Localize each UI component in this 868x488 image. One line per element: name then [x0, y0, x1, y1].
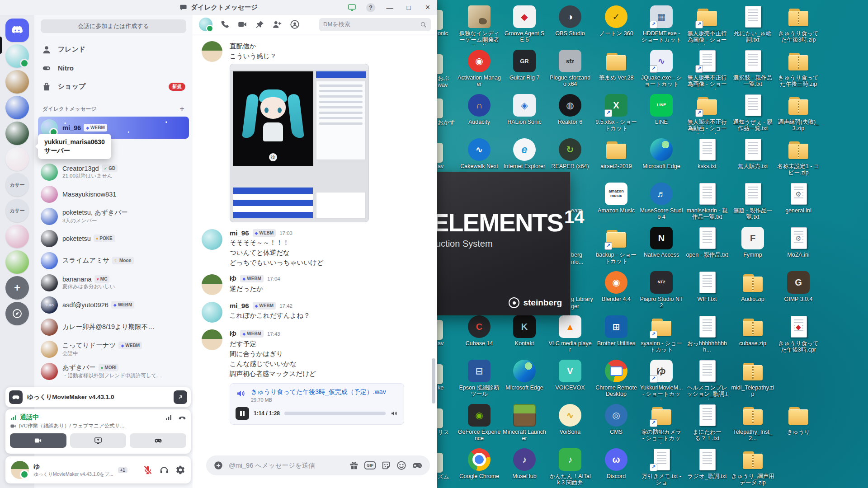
dm-list-item[interactable]: あずきバー●MORI・活動者様以外別フレンド申請許可して... — [38, 360, 189, 382]
desktop-icon[interactable]: 調声練習(失敗)_3.zip — [777, 94, 820, 132]
desktop-icon[interactable]: 無人販売.txt — [731, 138, 774, 169]
desktop-icon[interactable]: airset2-2019 — [594, 138, 638, 169]
user-profile-button[interactable] — [290, 19, 300, 29]
desktop-icon[interactable]: ↗万引きメモ.txt - ショ — [640, 448, 683, 486]
server-avatar[interactable] — [5, 250, 29, 274]
desktop-icon[interactable]: cubase.zip — [731, 315, 774, 347]
dm-list-item[interactable]: スライムアミサ☾Moon — [38, 249, 189, 272]
desktop-icon[interactable]: きゅうり食ってた午後三時.zip — [777, 50, 820, 88]
desktop-icon[interactable]: ◎CMS — [594, 404, 638, 435]
desktop-icon[interactable]: ↗無人販売不正行為画像 - ショートカット — [685, 50, 729, 89]
gif-picker-button[interactable]: GIF — [364, 461, 376, 469]
deafen-button[interactable] — [159, 465, 169, 475]
desktop-icon[interactable]: LINELINE — [640, 94, 683, 125]
desktop-icon[interactable]: GGIMP 3.0.4 — [777, 271, 820, 302]
message-author-avatar[interactable] — [202, 229, 222, 250]
desktop-icon[interactable]: X↗9.5.xlsx - ショートカット — [594, 94, 638, 132]
dm-list-item[interactable]: カレー卯丼@8/19より期限不明活動... — [38, 316, 189, 338]
message-author-avatar[interactable] — [202, 274, 222, 295]
desktop-icon[interactable]: 死にたい_ゅ歌詞.txt — [731, 5, 774, 43]
dm-search-input[interactable]: DMを検索 — [319, 18, 431, 31]
message-author-name[interactable]: ゆ — [230, 274, 236, 283]
desktop-icon[interactable]: sfzPlogue sforzando x64 — [548, 50, 592, 88]
desktop-icon[interactable]: ◆Groove Agent SE 5 — [503, 5, 546, 43]
desktop-icon[interactable]: ▲VLC media player — [548, 315, 592, 353]
dm-list-item[interactable]: bananana♥MC夏休みは多分おいしい — [38, 272, 189, 294]
screenshare-button[interactable] — [70, 433, 127, 448]
desktop-icon[interactable]: ヘルスコンプレッション_歌詞.txt — [685, 360, 729, 399]
audio-filename[interactable]: きゅうり食ってた午後3時_仮完成（予定）.wav — [251, 388, 386, 396]
help-button[interactable]: ? — [361, 0, 380, 15]
conversation-search-button[interactable]: 会話に参加または作成する — [41, 19, 186, 33]
dm-list-item[interactable]: Creator13gd✓GD21:00以降はいません — [38, 161, 189, 183]
desktop-icon[interactable]: ◈HALion Sonic — [503, 94, 546, 125]
desktop-icon[interactable]: midi_Telepathy.zip — [731, 360, 774, 398]
desktop-icon[interactable]: CCubase 14 — [458, 315, 501, 347]
desktop-icon[interactable]: ∿Cakewalk Next — [458, 138, 501, 169]
partially-hidden-icon[interactable] — [437, 364, 443, 384]
add-server-button[interactable]: + — [5, 276, 29, 300]
desktop-icon[interactable]: 名称未設定1 - コピー.zip — [777, 138, 820, 176]
server-icon[interactable]: カサー — [5, 173, 29, 197]
dm-partner-avatar[interactable] — [199, 18, 212, 31]
server-avatar[interactable] — [5, 225, 29, 248]
desktop-icon[interactable]: ◆きゅうり食ってた午後3時.cpr — [777, 315, 820, 353]
desktop-icon[interactable]: Microsoft Edge — [640, 138, 683, 169]
desktop-icon[interactable]: おっhhhhhhhhhh... — [685, 315, 729, 353]
voice-channel-name[interactable]: |VC作業（雑談あり）/ ウェブマニア公式サ... — [19, 422, 124, 429]
desktop-icon[interactable]: ⊟Epson 接続診断ツール — [458, 360, 501, 398]
emoji-picker-button[interactable] — [396, 460, 406, 470]
message-author-avatar[interactable] — [202, 329, 222, 350]
user-avatar[interactable] — [11, 461, 29, 479]
desktop-icon[interactable]: ◑OBS Studio — [548, 5, 592, 37]
desktop-icon[interactable]: Google Chrome — [458, 448, 501, 479]
desktop-icon[interactable]: ↗無人販売不正行為動画 - ショートカット — [685, 94, 729, 134]
desktop-icon[interactable]: ↗家の防犯カメラ - ショートカット — [640, 404, 683, 444]
server-icon[interactable]: カサー — [5, 199, 29, 222]
desktop-icon[interactable]: 選択肢 - 親作品一覧.txt — [731, 50, 774, 88]
desktop-icon[interactable]: 筆まめ Ver.28 — [594, 50, 638, 81]
maximize-button[interactable]: □ — [399, 0, 418, 15]
desktop-icon[interactable]: open - 親作品.txt — [685, 227, 729, 258]
camera-toggle-button[interactable] — [10, 433, 66, 448]
desktop-icon[interactable]: ⚙general.ini — [777, 183, 820, 214]
dm-list-item[interactable]: poketetsu, あずきバー3人のメンバー — [38, 205, 189, 227]
desktop-icon[interactable]: Chrome Remote Desktop — [594, 360, 638, 398]
explore-servers-button[interactable] — [5, 302, 29, 325]
sidebar-item-friends[interactable]: フレンド — [34, 40, 193, 59]
desktop-icon[interactable]: GRGuitar Rig 7 — [503, 50, 546, 81]
partially-hidden-icon[interactable] — [437, 99, 443, 118]
desktop-icon[interactable]: NNative Access — [640, 227, 683, 258]
desktop-icon[interactable]: ↗無人販売不正行為画像 - ショートカッ... — [685, 5, 729, 45]
desktop-icon[interactable]: きゅうり_調声用データ.zip — [731, 448, 774, 486]
message-author-name[interactable]: mi_96 — [230, 229, 249, 237]
desktop-icon[interactable]: Audio.zip — [731, 271, 774, 302]
desktop-icon[interactable]: ✓ノートン 360 — [594, 5, 638, 37]
gift-button[interactable] — [349, 460, 359, 470]
desktop-icon[interactable]: ksks.txt — [685, 138, 729, 169]
server-avatar[interactable] — [5, 70, 29, 94]
message-input[interactable]: @mi_96 へメッセージを送信 GIF — [206, 455, 430, 475]
pinned-messages-button[interactable] — [255, 20, 264, 29]
desktop-icon[interactable]: VVOICEVOX — [548, 360, 592, 391]
apps-button[interactable] — [412, 460, 423, 471]
desktop-icon[interactable]: ⊞Brother Utilities — [594, 315, 638, 347]
minimize-button[interactable]: — — [380, 0, 399, 15]
message-author-avatar[interactable] — [202, 302, 222, 323]
desktop-icon[interactable]: amazon musicAmazon Music — [594, 183, 638, 214]
dm-list-item[interactable]: こってりドーナツ◆WEBM会話中 — [38, 338, 189, 360]
close-button[interactable]: × — [418, 0, 437, 15]
chat-scrollbar[interactable] — [432, 358, 435, 404]
screenshare-status-button[interactable] — [342, 0, 361, 15]
desktop-icon[interactable]: ゆ↗YukkuriMovieM... - ショートカット — [640, 360, 683, 399]
settings-button[interactable] — [175, 465, 185, 475]
desktop-icon[interactable]: ∿↗JQuake.exe - ショートカット — [640, 50, 683, 88]
create-dm-button[interactable]: + — [179, 104, 184, 114]
desktop-icon[interactable]: FFymmp — [731, 227, 774, 258]
partially-hidden-icon[interactable] — [437, 320, 443, 340]
desktop-icon[interactable]: WIFI.txt — [685, 271, 729, 302]
pause-button[interactable] — [236, 407, 249, 420]
disconnect-call-icon[interactable] — [178, 413, 186, 422]
desktop-icon[interactable]: ⚙MoZA.ini — [777, 227, 820, 258]
start-video-call-button[interactable] — [237, 19, 247, 29]
